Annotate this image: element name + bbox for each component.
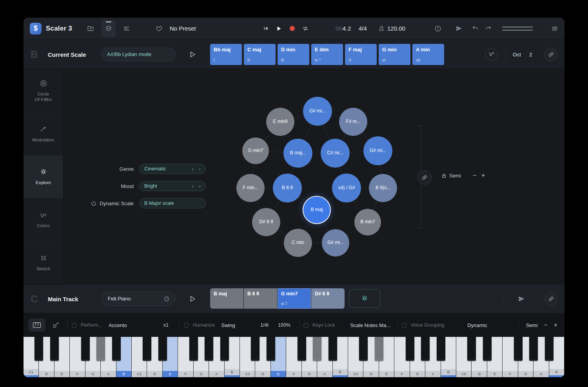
main-menu-button[interactable] <box>550 22 560 36</box>
black-key[interactable] <box>158 337 167 361</box>
undo-button[interactable] <box>470 22 480 36</box>
black-key[interactable] <box>375 337 383 361</box>
genre-next-button[interactable]: › <box>199 166 201 172</box>
scale-selector[interactable]: A#/Bb Lydian mode <box>101 48 176 61</box>
dial-icon[interactable] <box>163 296 170 302</box>
skip-back-button[interactable] <box>259 22 272 35</box>
sidebar-item-sketch[interactable]: Sketch <box>24 241 63 284</box>
sidebar-item-circle-of-fifths[interactable]: Circle Of Fifths <box>24 69 63 112</box>
chord-bubble[interactable]: B min7 <box>354 209 381 235</box>
black-key[interactable] <box>220 337 229 361</box>
chord-bubble[interactable]: B 6 9 <box>273 174 302 203</box>
scale-chord[interactable]: G minvi <box>379 44 410 65</box>
sidebar-item-explore[interactable]: Explore <box>24 156 63 199</box>
black-key[interactable] <box>298 337 306 361</box>
black-key[interactable] <box>96 337 105 361</box>
black-key[interactable] <box>514 337 523 361</box>
mood-prev-button[interactable]: ‹ <box>192 183 194 189</box>
chord-bubble[interactable]: E min9 <box>266 108 294 136</box>
chord-bubble[interactable]: s4) / G# <box>332 174 361 203</box>
scale-chord[interactable]: D miniii <box>278 44 309 65</box>
layers-view-button[interactable] <box>102 20 116 37</box>
chord-bubble[interactable]: F# m... <box>339 108 367 136</box>
power-icon[interactable] <box>91 201 96 206</box>
humanize-rate[interactable]: 1/4t <box>260 322 269 328</box>
scale-chord[interactable]: C majII <box>244 44 276 65</box>
track-share-button[interactable] <box>514 292 528 306</box>
black-key[interactable] <box>437 337 445 361</box>
track-slot[interactable]: D# 6 9 <box>311 288 345 309</box>
mood-next-button[interactable]: › <box>199 183 201 189</box>
semi-decrease-button[interactable]: − <box>544 322 547 329</box>
suggest-chord-button[interactable] <box>349 289 380 308</box>
perform-multiplier[interactable]: x1 <box>163 322 176 328</box>
black-key[interactable] <box>205 337 213 361</box>
share-button[interactable] <box>454 22 464 36</box>
info-button[interactable] <box>433 22 443 36</box>
keys-lock-toggle[interactable] <box>303 323 309 328</box>
track-slot[interactable]: B maj <box>210 288 243 309</box>
black-key[interactable] <box>421 337 430 361</box>
chord-bubble[interactable]: C min <box>284 229 312 257</box>
favorite-button[interactable] <box>154 22 164 36</box>
browser-button[interactable] <box>83 22 98 36</box>
chord-bubble[interactable]: C# mi... <box>321 139 350 168</box>
chord-bubble[interactable]: F min... <box>236 174 265 202</box>
genre-prev-button[interactable]: ‹ <box>192 166 194 172</box>
redo-button[interactable] <box>483 22 493 36</box>
map-link-button[interactable] <box>417 170 432 184</box>
chord-bubble[interactable]: B maj <box>303 196 331 224</box>
voice-grouping-toggle[interactable] <box>402 323 407 328</box>
dynamic-scale-selector[interactable]: B Major scale <box>139 198 206 208</box>
black-key[interactable] <box>359 337 368 361</box>
chord-bubble[interactable]: B maj... <box>283 139 312 168</box>
black-key[interactable] <box>313 337 321 361</box>
tempo-value[interactable]: 120.00 <box>387 25 405 32</box>
scale-link-button[interactable] <box>544 48 558 61</box>
scale-chord[interactable]: E dimiv ° <box>311 44 343 65</box>
scale-play-button[interactable] <box>187 49 198 60</box>
play-button[interactable] <box>272 22 285 35</box>
black-key[interactable] <box>112 337 121 361</box>
humanize-amount[interactable]: 100% <box>278 322 295 328</box>
instrument-selector[interactable]: Felt Piano <box>101 292 176 306</box>
chord-bubble[interactable]: G min7 <box>242 137 269 164</box>
record-button[interactable] <box>285 22 299 35</box>
keys-lock-value[interactable]: Scale Notes Ma... <box>350 322 394 328</box>
black-key[interactable] <box>189 337 198 361</box>
genre-selector[interactable]: Cinematic ‹› <box>139 164 206 174</box>
black-key[interactable] <box>251 337 260 361</box>
keyboard-view-button[interactable] <box>28 318 45 332</box>
perform-toggle[interactable] <box>72 323 77 328</box>
track-slot[interactable]: G min7vi 7 <box>278 288 311 309</box>
preset-name[interactable]: No Preset <box>170 25 196 32</box>
black-key[interactable] <box>50 337 59 361</box>
voice-grouping-value[interactable]: Dynamic <box>467 322 515 328</box>
black-key[interactable] <box>81 337 90 361</box>
octave-value[interactable]: 2 <box>529 51 532 57</box>
scale-chord[interactable]: A minvii <box>412 44 444 65</box>
scale-chord[interactable]: F majV <box>345 44 377 65</box>
black-key[interactable] <box>529 337 538 361</box>
chord-bubble[interactable]: B 9(s... <box>369 174 397 202</box>
black-key[interactable] <box>467 337 476 361</box>
track-play-button[interactable] <box>187 294 198 304</box>
perform-value[interactable]: Accento <box>109 322 127 328</box>
chord-bubble[interactable]: G# mi... <box>363 136 392 165</box>
semi-increase-button[interactable]: + <box>554 322 557 329</box>
volume-fader[interactable] <box>502 27 533 31</box>
humanize-toggle[interactable] <box>184 323 189 328</box>
black-key[interactable] <box>34 337 43 361</box>
loop-button[interactable] <box>299 22 312 35</box>
semi-decrease-button[interactable]: − <box>470 172 479 179</box>
track-link-button[interactable] <box>544 292 558 306</box>
black-key[interactable] <box>406 337 414 361</box>
black-key[interactable] <box>143 337 151 361</box>
black-key[interactable] <box>328 337 337 361</box>
sidebar-item-colors[interactable]: V9 Colors <box>24 198 63 241</box>
chord-bubble[interactable]: G# mi... <box>322 229 349 257</box>
list-view-button[interactable] <box>120 22 134 36</box>
chord-bubble[interactable]: G# mi... <box>303 97 332 126</box>
mood-selector[interactable]: Bright ‹› <box>139 181 206 191</box>
black-key[interactable] <box>267 337 275 361</box>
